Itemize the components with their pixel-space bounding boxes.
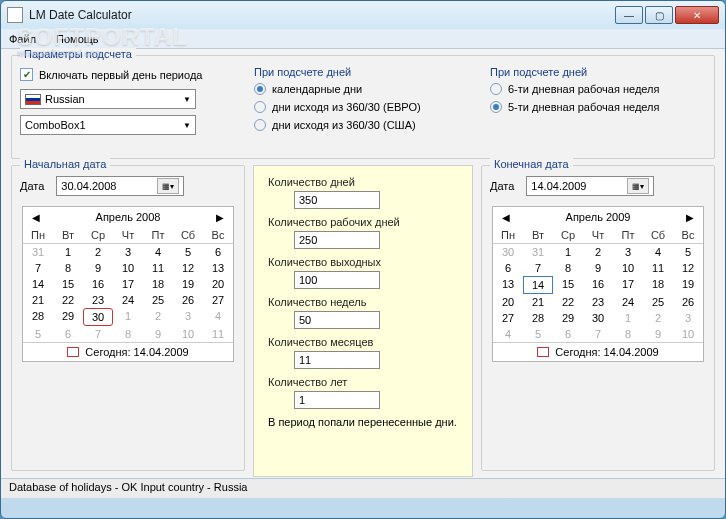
calendar-day[interactable]: 11: [143, 260, 173, 276]
prev-month-button[interactable]: ◀: [29, 212, 43, 223]
calendar-day[interactable]: 5: [23, 326, 53, 342]
calendar-day[interactable]: 16: [83, 276, 113, 292]
calendar-day[interactable]: 7: [583, 326, 613, 342]
calendar-day[interactable]: 24: [613, 294, 643, 310]
calendar-day[interactable]: 3: [173, 308, 203, 326]
calendar-day[interactable]: 7: [83, 326, 113, 342]
calendar-day[interactable]: 31: [23, 244, 53, 260]
radio-360-euro[interactable]: дни исходя из 360/30 (ЕВРО): [254, 101, 476, 113]
calendar-day[interactable]: 27: [203, 292, 233, 308]
calendar-day[interactable]: 23: [583, 294, 613, 310]
end-date-input[interactable]: 14.04.2009 ▦▾: [526, 176, 654, 196]
years-input[interactable]: [294, 391, 380, 409]
calendar-day[interactable]: 2: [583, 244, 613, 260]
days-input[interactable]: [294, 191, 380, 209]
calendar-day[interactable]: 22: [53, 292, 83, 308]
calendar-day[interactable]: 24: [113, 292, 143, 308]
calendar-day[interactable]: 11: [643, 260, 673, 276]
calendar-day[interactable]: 11: [203, 326, 233, 342]
calendar-day[interactable]: 8: [613, 326, 643, 342]
calendar-day[interactable]: 4: [203, 308, 233, 326]
calendar-day[interactable]: 1: [553, 244, 583, 260]
months-input[interactable]: [294, 351, 380, 369]
calendar-day[interactable]: 20: [203, 276, 233, 292]
calendar-day[interactable]: 19: [173, 276, 203, 292]
start-cal-title[interactable]: Апрель 2008: [96, 211, 161, 223]
calendar-day[interactable]: 1: [113, 308, 143, 326]
calendar-day[interactable]: 21: [23, 292, 53, 308]
calendar-day[interactable]: 7: [523, 260, 553, 276]
next-month-button[interactable]: ▶: [213, 212, 227, 223]
calendar-day[interactable]: 3: [113, 244, 143, 260]
calendar-day[interactable]: 18: [143, 276, 173, 292]
calendar-day[interactable]: 2: [83, 244, 113, 260]
calendar-day[interactable]: 16: [583, 276, 613, 294]
calendar-day[interactable]: 29: [53, 308, 83, 326]
calendar-day[interactable]: 2: [143, 308, 173, 326]
calendar-day[interactable]: 6: [493, 260, 523, 276]
calendar-day[interactable]: 25: [143, 292, 173, 308]
calendar-day[interactable]: 14: [23, 276, 53, 292]
calendar-day[interactable]: 9: [83, 260, 113, 276]
calendar-day[interactable]: 12: [673, 260, 703, 276]
calendar-day[interactable]: 17: [613, 276, 643, 294]
end-cal-title[interactable]: Апрель 2009: [566, 211, 631, 223]
calendar-day[interactable]: 8: [113, 326, 143, 342]
calendar-day[interactable]: 30: [83, 308, 113, 326]
radio-360-usa[interactable]: дни исходя из 360/30 (США): [254, 119, 476, 131]
calendar-day[interactable]: 23: [83, 292, 113, 308]
calendar-day[interactable]: 2: [643, 310, 673, 326]
calendar-day[interactable]: 7: [23, 260, 53, 276]
calendar-day[interactable]: 18: [643, 276, 673, 294]
end-today-link[interactable]: Сегодня: 14.04.2009: [493, 342, 703, 361]
start-date-input[interactable]: 30.04.2008 ▦▾: [56, 176, 184, 196]
calendar-day[interactable]: 13: [203, 260, 233, 276]
calendar-day[interactable]: 20: [493, 294, 523, 310]
calendar-day[interactable]: 5: [673, 244, 703, 260]
calendar-day[interactable]: 4: [143, 244, 173, 260]
calendar-day[interactable]: 15: [553, 276, 583, 294]
calendar-day[interactable]: 30: [493, 244, 523, 260]
calendar-day[interactable]: 22: [553, 294, 583, 310]
calendar-day[interactable]: 30: [583, 310, 613, 326]
calendar-day[interactable]: 5: [523, 326, 553, 342]
calendar-day[interactable]: 28: [23, 308, 53, 326]
calendar-day[interactable]: 6: [53, 326, 83, 342]
calendar-day[interactable]: 1: [613, 310, 643, 326]
calendar-day[interactable]: 31: [523, 244, 553, 260]
calendar-day[interactable]: 10: [113, 260, 143, 276]
calendar-dropdown-icon[interactable]: ▦▾: [627, 178, 649, 194]
calendar-day[interactable]: 19: [673, 276, 703, 294]
menu-help[interactable]: Помощь: [52, 31, 103, 47]
calendar-day[interactable]: 5: [173, 244, 203, 260]
calendar-day[interactable]: 9: [583, 260, 613, 276]
off-days-input[interactable]: [294, 271, 380, 289]
calendar-day[interactable]: 8: [553, 260, 583, 276]
calendar-day[interactable]: 26: [173, 292, 203, 308]
prev-month-button[interactable]: ◀: [499, 212, 513, 223]
radio-calendar-days[interactable]: календарные дни: [254, 83, 476, 95]
calendar-day[interactable]: 15: [53, 276, 83, 292]
calendar-day[interactable]: 6: [203, 244, 233, 260]
calendar-day[interactable]: 9: [643, 326, 673, 342]
calendar-day[interactable]: 29: [553, 310, 583, 326]
calendar-day[interactable]: 27: [493, 310, 523, 326]
next-month-button[interactable]: ▶: [683, 212, 697, 223]
language-combo[interactable]: Russian ▼: [20, 89, 196, 109]
calendar-day[interactable]: 14: [523, 276, 553, 294]
calendar-day[interactable]: 3: [613, 244, 643, 260]
close-button[interactable]: ✕: [675, 6, 719, 24]
include-first-day-checkbox[interactable]: ✔ Включать первый день периода: [20, 68, 240, 81]
combo2[interactable]: ComboBox1 ▼: [20, 115, 196, 135]
radio-6day-week[interactable]: 6-ти дневная рабочая неделя: [490, 83, 706, 95]
radio-5day-week[interactable]: 5-ти дневная рабочая неделя: [490, 101, 706, 113]
start-today-link[interactable]: Сегодня: 14.04.2009: [23, 342, 233, 361]
maximize-button[interactable]: ▢: [645, 6, 673, 24]
calendar-day[interactable]: 10: [673, 326, 703, 342]
calendar-dropdown-icon[interactable]: ▦▾: [157, 178, 179, 194]
calendar-day[interactable]: 26: [673, 294, 703, 310]
calendar-day[interactable]: 28: [523, 310, 553, 326]
calendar-day[interactable]: 21: [523, 294, 553, 310]
minimize-button[interactable]: —: [615, 6, 643, 24]
calendar-day[interactable]: 4: [643, 244, 673, 260]
